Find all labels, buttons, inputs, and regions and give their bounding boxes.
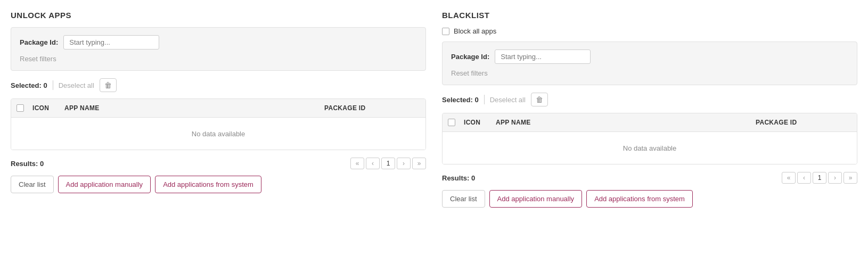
unlock-apps-clear-list-button[interactable]: Clear list	[11, 176, 54, 193]
blacklist-block-all-checkbox[interactable]	[442, 28, 449, 35]
blacklist-block-all-label: Block all apps	[454, 27, 496, 35]
blacklist-page-current[interactable]: 1	[813, 172, 826, 184]
blacklist-pagination: « ‹ 1 › »	[782, 172, 857, 184]
blacklist-block-all-row: Block all apps	[442, 27, 857, 35]
blacklist-clear-list-button[interactable]: Clear list	[442, 190, 485, 208]
blacklist-actions-bar: Clear list Add application manually Add …	[442, 190, 857, 208]
unlock-apps-table-header: ICON APP NAME PACKAGE ID	[11, 99, 425, 118]
unlock-apps-table: ICON APP NAME PACKAGE ID No data availab…	[11, 98, 426, 150]
unlock-apps-table-body: No data available	[11, 118, 425, 150]
blacklist-col-icon: ICON	[464, 119, 496, 126]
unlock-apps-actions-bar: Clear list Add application manually Add …	[11, 176, 426, 193]
blacklist-filter-row: Package Id:	[451, 50, 848, 64]
unlock-apps-deselect-all[interactable]: Deselect all	[59, 81, 94, 89]
unlock-apps-selection-bar: Selected: 0 Deselect all 🗑	[11, 78, 426, 92]
blacklist-reset-filters[interactable]: Reset filters	[451, 69, 488, 77]
blacklist-selection-bar: Selected: 0 Deselect all 🗑	[442, 93, 857, 106]
unlock-apps-trash-button[interactable]: 🗑	[100, 78, 117, 92]
blacklist-results-bar: Results: 0 « ‹ 1 › »	[442, 172, 857, 184]
unlock-apps-filter-row: Package Id:	[20, 35, 417, 50]
blacklist-table-body: No data available	[443, 132, 857, 164]
unlock-apps-filter-box: Package Id: Reset filters	[11, 27, 426, 71]
blacklist-table-header: ICON APP NAME PACKAGE ID	[443, 113, 857, 132]
unlock-apps-add-from-system-button[interactable]: Add applications from system	[155, 176, 261, 193]
unlock-apps-package-id-label: Package Id:	[20, 38, 58, 46]
unlock-apps-col-appname: APP NAME	[64, 104, 324, 112]
unlock-apps-divider	[53, 80, 53, 90]
unlock-apps-reset-filters[interactable]: Reset filters	[20, 55, 56, 63]
blacklist-table: ICON APP NAME PACKAGE ID No data availab…	[442, 113, 857, 164]
blacklist-select-all-checkbox[interactable]	[448, 119, 455, 126]
blacklist-package-id-label: Package Id:	[451, 53, 489, 61]
blacklist-col-appname: APP NAME	[496, 119, 756, 126]
unlock-apps-results-label: Results: 0	[11, 160, 44, 168]
blacklist-package-id-input[interactable]	[495, 50, 591, 64]
unlock-apps-selected-label: Selected: 0	[11, 81, 47, 89]
unlock-apps-results-bar: Results: 0 « ‹ 1 › »	[11, 158, 426, 169]
unlock-apps-page-last[interactable]: »	[412, 158, 426, 169]
blacklist-deselect-all[interactable]: Deselect all	[490, 96, 526, 104]
blacklist-divider	[484, 95, 485, 104]
blacklist-panel: BLACKLIST Block all apps Package Id: Res…	[442, 11, 857, 208]
blacklist-title: BLACKLIST	[442, 11, 857, 20]
unlock-apps-select-all-checkbox[interactable]	[17, 104, 24, 112]
unlock-apps-panel: UNLOCK APPS Package Id: Reset filters Se…	[11, 11, 426, 208]
blacklist-add-from-system-button[interactable]: Add applications from system	[586, 190, 693, 208]
unlock-apps-page-first[interactable]: «	[350, 158, 364, 169]
blacklist-no-data: No data available	[623, 144, 676, 152]
blacklist-page-last[interactable]: »	[844, 172, 857, 184]
blacklist-page-next[interactable]: ›	[828, 172, 842, 184]
blacklist-add-manually-button[interactable]: Add application manually	[489, 190, 583, 208]
unlock-apps-page-current[interactable]: 1	[381, 158, 395, 169]
unlock-apps-page-prev[interactable]: ‹	[366, 158, 380, 169]
unlock-apps-col-icon: ICON	[32, 104, 64, 112]
blacklist-page-first[interactable]: «	[782, 172, 796, 184]
blacklist-col-packageid: PACKAGE ID	[756, 119, 851, 126]
blacklist-page-prev[interactable]: ‹	[797, 172, 811, 184]
blacklist-filter-box: Package Id: Reset filters	[442, 42, 857, 85]
unlock-apps-pagination: « ‹ 1 › »	[350, 158, 426, 169]
unlock-apps-col-packageid: PACKAGE ID	[324, 104, 420, 112]
unlock-apps-title: UNLOCK APPS	[11, 11, 426, 20]
unlock-apps-package-id-input[interactable]	[63, 35, 159, 50]
blacklist-trash-button[interactable]: 🗑	[531, 93, 548, 106]
unlock-apps-add-manually-button[interactable]: Add application manually	[58, 176, 151, 193]
blacklist-selected-label: Selected: 0	[442, 96, 479, 104]
unlock-apps-page-next[interactable]: ›	[397, 158, 411, 169]
blacklist-results-label: Results: 0	[442, 174, 475, 182]
unlock-apps-no-data: No data available	[192, 130, 245, 138]
